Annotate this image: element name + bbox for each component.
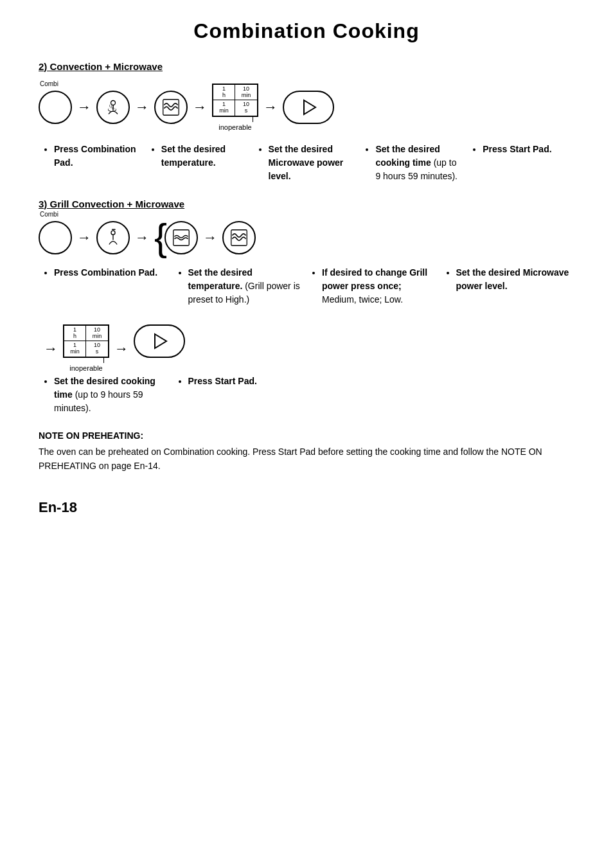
step2-convection: ♨	[96, 91, 130, 124]
s2-bullet-col-5: Set the desired cooking time (up to 9 ho…	[39, 375, 173, 415]
convection-icon: ♨	[104, 98, 122, 116]
combi-circle-1: Combi	[39, 91, 72, 124]
time-cell-tr: 10 min	[235, 85, 257, 100]
grill-conv-icon	[104, 229, 122, 247]
time-cell-tl: 1 h	[213, 85, 235, 100]
s2-microwave-circle	[222, 221, 256, 254]
s2-bullet-1: Press Combination Pad.	[54, 266, 168, 279]
note-text: The oven can be preheated on Combination…	[39, 445, 574, 474]
s2-arrow2: →	[135, 221, 149, 254]
bullet-col-1-4: Set the desired cooking time (up to 9 ho…	[360, 143, 467, 183]
s2-bullet-3: If desired to change Grill power press o…	[322, 266, 436, 306]
time-box-1: 1 h 10 min 1 min 10 s	[212, 84, 258, 117]
inoperable-label-2: inoperable	[69, 364, 102, 372]
section2-bullets-row1: Press Combination Pad. Set the desired t…	[39, 266, 574, 306]
time-cell2-bl: 1 min	[64, 341, 86, 357]
s2-arrow3: →	[203, 221, 217, 254]
bullet-col-1-3: Set the desired Microwave power level.	[253, 143, 360, 183]
step5-start-1	[283, 91, 334, 124]
s2-arrow4: →	[44, 332, 58, 366]
s2-combi-circle: Combi	[39, 221, 72, 254]
microwave-icon-1	[162, 98, 180, 116]
time-cell2-tr: 10 min	[86, 326, 108, 341]
arrow2: →	[135, 91, 149, 124]
s2-bullet-col-3: If desired to change Grill power press o…	[306, 266, 441, 306]
note-section: NOTE ON PREHEATING: The oven can be preh…	[39, 430, 574, 474]
svg-point-5	[111, 231, 115, 235]
s2-step2-grillconv	[96, 221, 130, 254]
bullet-1-5: Press Start Pad.	[483, 143, 569, 156]
arrow1: →	[77, 91, 91, 124]
bullet-col-1-5: Press Start Pad.	[467, 143, 574, 183]
time-group-2: 1 h 10 min 1 min 10 s inoperable	[63, 324, 109, 372]
page-number: En-18	[39, 499, 574, 516]
start-oval-1	[283, 91, 334, 124]
s2-bullet-2: Set the desired temperature. (Grill powe…	[188, 266, 302, 306]
section2-heading: 3) Grill Convection + Microwave	[39, 199, 574, 209]
time-cell-br: 10 s	[235, 100, 257, 116]
section2-diagram-row1: Combi → → {	[39, 221, 574, 254]
bullet-col-1-2: Set the desired temperature.	[146, 143, 253, 183]
svg-marker-9	[155, 334, 166, 348]
section2-diagram-row2: → 1 h 10 min 1 min 10 s inoperable →	[39, 322, 574, 372]
note-title: NOTE ON PREHEATING:	[39, 430, 574, 441]
s2-grill-circle	[164, 221, 198, 254]
s2-bullet-col-6: Press Start Pad.	[173, 375, 307, 415]
start-icon-1	[299, 98, 318, 117]
microwave-circle-1	[154, 91, 188, 124]
bracket-wrap: {	[154, 221, 198, 254]
time-cell2-tl: 1 h	[64, 326, 86, 341]
section2-bullets-row2: Set the desired cooking time (up to 9 ho…	[39, 375, 574, 415]
bullet-1-2: Set the desired temperature.	[161, 143, 248, 170]
section1-heading: 2) Convection + Microwave	[39, 61, 574, 72]
bullet-1-4: Set the desired cooking time (up to 9 ho…	[375, 143, 462, 183]
time-cell2-br: 10 s	[86, 341, 108, 357]
step3-microwave	[154, 91, 188, 124]
s2-step3-bracket: {	[154, 221, 198, 254]
arrow3: →	[193, 91, 207, 124]
s2-bullet-col-1: Press Combination Pad.	[39, 266, 173, 306]
s2-bullet-4: Set the desired Microwave power level.	[456, 266, 570, 293]
s2-start-oval	[134, 324, 185, 358]
inoperable-label-1: inoperable	[218, 123, 251, 131]
s2-step4-microwave	[222, 221, 256, 254]
s2-arrow1: →	[77, 221, 91, 254]
s2-bullet-col-2: Set the desired temperature. (Grill powe…	[173, 266, 307, 306]
time-cell-bl: 1 min	[213, 100, 235, 116]
time-box-2: 1 h 10 min 1 min 10 s	[63, 324, 109, 358]
bullet-1-1: Press Combination Pad.	[54, 143, 141, 170]
section1-bullets: Press Combination Pad. Set the desired t…	[39, 143, 574, 183]
bullet-col-1-1: Press Combination Pad.	[39, 143, 146, 183]
page-title: Combination Cooking	[39, 19, 574, 43]
s2-step-start	[134, 324, 185, 358]
s2-bullet-5: Set the desired cooking time (up to 9 ho…	[54, 375, 168, 415]
bullet-1-3: Set the desired Microwave power level.	[269, 143, 355, 183]
grill-icon	[172, 229, 190, 247]
s2-bullet-col-4: Set the desired Microwave power level.	[441, 266, 575, 306]
step1-combi: Combi	[39, 91, 72, 124]
s2-arrow5: →	[114, 332, 129, 366]
s2-step1-combi: Combi	[39, 221, 72, 254]
s2-grillconv-circle	[96, 221, 130, 254]
s2-bullet-6: Press Start Pad.	[188, 375, 302, 388]
convection-circle: ♨	[96, 91, 130, 124]
microwave-icon-2	[230, 229, 248, 247]
section1-diagram: Combi → ♨ → → 1	[39, 84, 574, 131]
svg-marker-4	[304, 100, 315, 114]
time-group-1: 1 h 10 min 1 min 10 s inoperable	[212, 84, 258, 131]
arrow4: →	[263, 91, 278, 124]
start-icon-2	[150, 332, 169, 351]
